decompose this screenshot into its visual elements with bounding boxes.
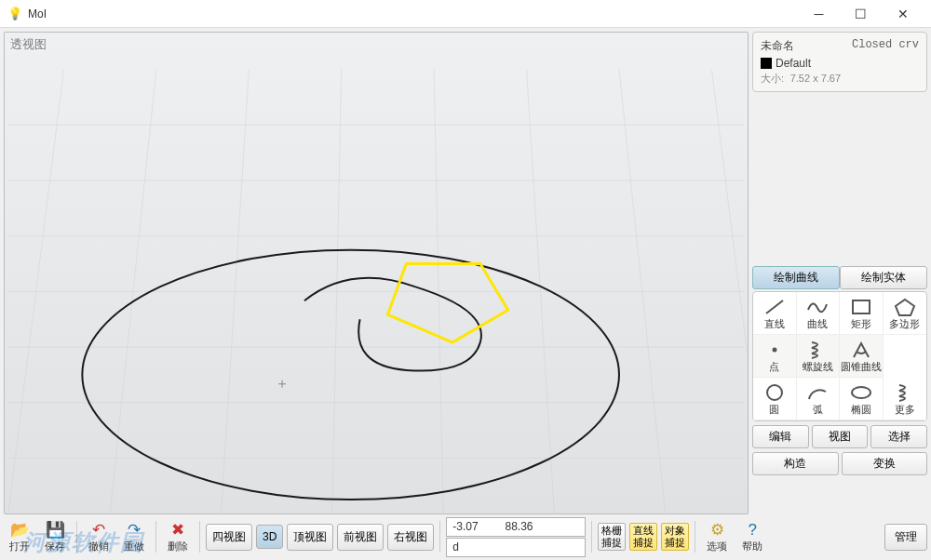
tool-point[interactable]: 点 [753,335,797,378]
rect-icon [849,297,873,317]
point-icon [762,340,787,360]
tool-rect[interactable]: 矩形 [840,292,884,335]
app-title: MoI [28,7,47,20]
gear-icon: ⚙ [708,521,726,540]
btn-frontview[interactable]: 前视图 [337,524,384,551]
bottombar: 📂打开 💾保存 ↶撤销 ↷重做 ✖删除 四视图 3D 顶视图 前视图 右视图 -… [0,518,931,555]
app-icon: 💡 [7,7,22,20]
svg-marker-16 [387,264,507,343]
btn-quadview[interactable]: 四视图 [206,524,252,551]
viewport-3d[interactable]: 透视图 [4,32,749,514]
redo-icon: ↷ [125,521,143,540]
viewport-canvas [5,33,748,513]
btn-open[interactable]: 📂打开 [4,521,35,553]
circle-icon [762,382,787,403]
object-info-panel: 未命名 Closed crv Default 大小: 7.52 x 7.67 [752,32,927,92]
svg-point-23 [767,385,782,400]
object-size: 7.52 x 7.67 [790,73,841,84]
folder-icon: 📂 [10,521,29,540]
btn-3d[interactable]: 3D [256,525,283,549]
titlebar: 💡 MoI ─ ☐ ✕ [0,0,931,28]
btn-topview[interactable]: 顶视图 [287,524,333,551]
tab-draw-solids[interactable]: 绘制实体 [840,266,927,289]
svg-point-15 [82,250,619,500]
minimize-button[interactable]: ─ [798,1,840,27]
layer-name: Default [776,57,811,70]
btn-help[interactable]: ?帮助 [736,521,768,553]
svg-line-19 [766,300,783,313]
btn-manage[interactable]: 管理 [884,524,927,551]
tool-polygon[interactable]: 多边形 [884,292,927,335]
tool-more[interactable]: 更多 [884,378,927,420]
coord-readout[interactable]: -3.07 88.36 [446,517,586,537]
undo-icon: ↶ [89,521,108,540]
tool-helix[interactable]: 螺旋线 [797,335,841,378]
btn-select[interactable]: 选择 [870,425,927,448]
curve-icon [805,297,830,317]
maximize-button[interactable]: ☐ [840,1,882,27]
btn-construct[interactable]: 构造 [752,452,839,475]
close-button[interactable]: ✕ [882,1,924,27]
distance-input[interactable]: d [446,538,586,557]
sidebar: 未命名 Closed crv Default 大小: 7.52 x 7.67 绘… [752,28,931,518]
btn-save[interactable]: 💾保存 [39,521,71,553]
delete-icon: ✖ [169,521,187,540]
main-area: 透视图 [0,28,931,518]
btn-options[interactable]: ⚙选项 [701,521,733,553]
snap-object[interactable]: 对象捕捉 [661,523,689,550]
object-type: Closed crv [852,38,919,54]
btn-undo[interactable]: ↶撤销 [83,521,115,553]
btn-view[interactable]: 视图 [812,425,869,448]
tool-line[interactable]: 直线 [753,292,797,335]
ellipse-icon [849,382,873,403]
svg-marker-21 [896,300,914,315]
btn-redo[interactable]: ↷重做 [118,521,150,553]
btn-delete[interactable]: ✖删除 [162,521,194,553]
disk-icon: 💾 [46,521,64,540]
arc-icon [805,382,830,403]
conic-icon [849,340,873,360]
tool-ellipse[interactable]: 椭圆 [840,378,884,420]
layer-swatch [761,58,772,69]
svg-point-22 [773,349,776,352]
help-icon: ? [743,521,762,540]
tool-panel: 绘制曲线 绘制实体 直线 曲线 矩形 多边形 点 螺旋线 圆锥曲线 圆 弧 椭圆… [752,266,927,475]
btn-rightview[interactable]: 右视图 [387,524,434,551]
more-icon [893,382,917,403]
snap-line[interactable]: 直线捕捉 [629,523,657,550]
snap-grid[interactable]: 格栅捕捉 [598,523,626,550]
line-icon [762,297,787,317]
tool-conic[interactable]: 圆锥曲线 [840,335,884,378]
object-name: 未命名 [761,38,794,54]
polygon-icon [893,297,917,317]
helix-icon [805,340,830,360]
svg-point-24 [852,387,870,398]
btn-transform[interactable]: 变换 [842,452,928,475]
tab-draw-curves[interactable]: 绘制曲线 [752,266,840,289]
tool-arc[interactable]: 弧 [797,378,841,420]
tool-curve[interactable]: 曲线 [797,292,841,335]
tool-circle[interactable]: 圆 [753,378,797,420]
svg-rect-20 [853,300,870,313]
btn-edit[interactable]: 编辑 [752,425,809,448]
